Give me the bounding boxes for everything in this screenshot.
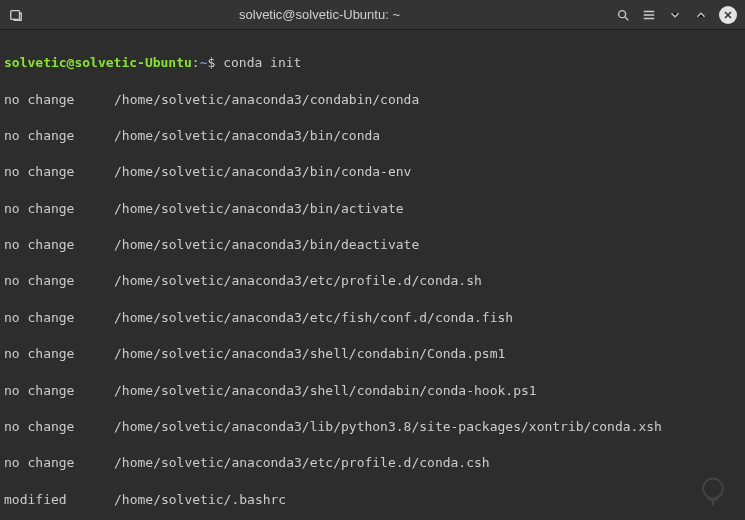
- output-line: no change/home/solvetic/anaconda3/bin/co…: [4, 127, 741, 145]
- output-line: no change/home/solvetic/anaconda3/bin/de…: [4, 236, 741, 254]
- prompt-path: ~: [200, 55, 208, 70]
- titlebar: solvetic@solvetic-Ubuntu: ~: [0, 0, 745, 30]
- svg-rect-0: [11, 10, 20, 19]
- output-line: no change/home/solvetic/anaconda3/bin/ac…: [4, 200, 741, 218]
- command-text: conda init: [223, 55, 301, 70]
- maximize-icon[interactable]: [693, 7, 709, 23]
- new-tab-icon[interactable]: [8, 7, 24, 23]
- minimize-icon[interactable]: [667, 7, 683, 23]
- output-line: no change/home/solvetic/anaconda3/lib/py…: [4, 418, 741, 436]
- svg-point-2: [703, 479, 723, 499]
- output-line: no change/home/solvetic/anaconda3/condab…: [4, 91, 741, 109]
- menu-icon[interactable]: [641, 7, 657, 23]
- close-icon[interactable]: [719, 6, 737, 24]
- output-line: no change/home/solvetic/anaconda3/shell/…: [4, 345, 741, 363]
- terminal-output[interactable]: solvetic@solvetic-Ubuntu:~$ conda init n…: [0, 30, 745, 520]
- prompt-line: solvetic@solvetic-Ubuntu:~$ conda init: [4, 54, 741, 72]
- output-line: no change/home/solvetic/anaconda3/etc/fi…: [4, 309, 741, 327]
- output-line: no change/home/solvetic/anaconda3/shell/…: [4, 382, 741, 400]
- output-line: no change/home/solvetic/anaconda3/etc/pr…: [4, 454, 741, 472]
- output-line: no change/home/solvetic/anaconda3/etc/pr…: [4, 272, 741, 290]
- output-line: modified/home/solvetic/.bashrc: [4, 491, 741, 509]
- svg-point-1: [619, 10, 626, 17]
- output-line: no change/home/solvetic/anaconda3/bin/co…: [4, 163, 741, 181]
- search-icon[interactable]: [615, 7, 631, 23]
- prompt-user-host: solvetic@solvetic-Ubuntu: [4, 55, 192, 70]
- watermark-logo: [695, 474, 731, 510]
- window-title: solvetic@solvetic-Ubuntu: ~: [24, 7, 615, 22]
